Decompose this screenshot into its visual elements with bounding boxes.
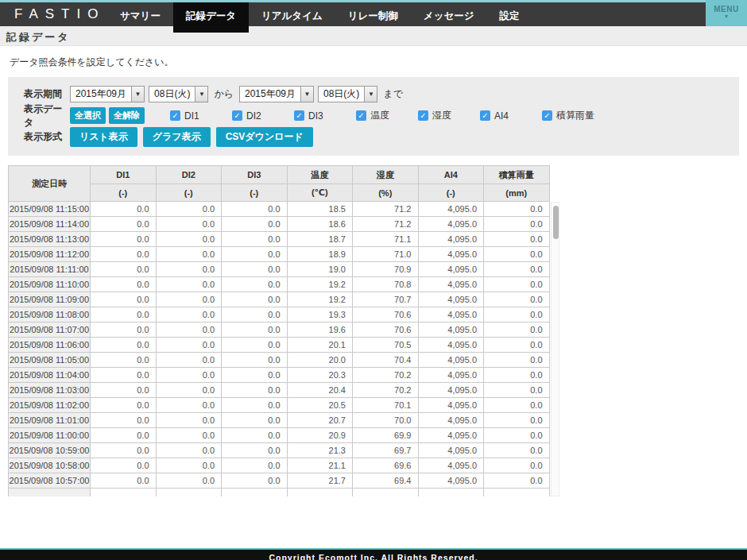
table-row: 2015/09/08 11:06:000.00.00.020.170.54,09… (9, 338, 550, 353)
format-button-2[interactable]: CSVダウンロード (216, 127, 313, 147)
cell-value: 4,095.0 (418, 368, 484, 383)
select-all-button[interactable]: 全選択 (70, 107, 106, 124)
scrollbar-thumb[interactable] (553, 206, 559, 239)
nav-item-5[interactable]: 設定 (487, 2, 532, 26)
table-row: 2015/09/08 11:01:000.00.00.020.770.04,09… (9, 413, 550, 428)
cell-value: 0.0 (222, 262, 288, 277)
cell-value: 4,095.0 (418, 262, 484, 277)
checkbox-icon[interactable]: ✓ (232, 110, 242, 121)
cell-value: 70.9 (353, 262, 419, 277)
format-button-1[interactable]: グラフ表示 (143, 127, 211, 147)
checkbox-item-湿度[interactable]: ✓湿度 (418, 109, 480, 122)
column-header-unit: (-) (418, 184, 484, 202)
table-row: 2015/09/08 11:09:000.00.00.019.270.74,09… (9, 292, 550, 307)
cell-value: 0.0 (91, 277, 157, 292)
cell-value: 0.0 (484, 277, 550, 292)
checkbox-item-AI4[interactable]: ✓AI4 (480, 109, 542, 122)
cell-value: 0.0 (222, 353, 288, 368)
checkbox-label: 積算雨量 (556, 109, 594, 122)
cell-value (156, 489, 222, 497)
checkbox-item-DI3[interactable]: ✓DI3 (294, 109, 356, 122)
cell-value: 0.0 (91, 353, 157, 368)
cell-value: 0.0 (222, 322, 288, 338)
instruction-text: データ照会条件を設定してください。 (8, 46, 739, 77)
checkbox-icon[interactable]: ✓ (542, 110, 552, 121)
cell-value: 71.2 (353, 217, 419, 232)
checkbox-icon[interactable]: ✓ (170, 110, 180, 121)
cell-value: 70.1 (353, 398, 419, 413)
cell-value: 0.0 (222, 443, 288, 458)
format-button-0[interactable]: リスト表示 (70, 127, 137, 147)
to-month-select[interactable]: 2015年09月 ▼ (239, 86, 314, 102)
checkbox-icon[interactable]: ✓ (480, 110, 490, 121)
cell-datetime: 2015/09/08 11:06:00 (9, 338, 91, 353)
cell-value: 4,095.0 (418, 398, 484, 413)
brand-logo[interactable]: FASTIO (0, 2, 107, 26)
nav-item-4[interactable]: メッセージ (411, 2, 487, 26)
cell-value: 0.0 (484, 383, 550, 398)
cell-value: 0.0 (91, 217, 157, 232)
cell-value: 0.0 (91, 458, 157, 473)
period-label: 表示期間 (16, 87, 70, 101)
nav-item-3[interactable]: リレー制御 (335, 2, 411, 26)
checkbox-item-積算雨量[interactable]: ✓積算雨量 (542, 109, 604, 122)
checkbox-item-DI1[interactable]: ✓DI1 (170, 109, 232, 122)
table-row: 2015/09/08 11:12:000.00.00.018.971.04,09… (9, 247, 550, 262)
page: FASTIO サマリー記録データリアルタイムリレー制御メッセージ設定 MENU … (0, 0, 747, 560)
cell-value: 0.0 (91, 262, 157, 277)
cell-value: 19.6 (287, 322, 353, 338)
menu-button[interactable]: MENU ▼ (706, 0, 747, 26)
cell-value: 0.0 (91, 247, 157, 262)
checkbox-icon[interactable]: ✓ (356, 110, 366, 121)
cell-value: 70.0 (353, 413, 419, 428)
cell-value: 0.0 (484, 217, 550, 232)
from-month-select[interactable]: 2015年09月 ▼ (70, 86, 145, 102)
cell-value: 0.0 (484, 247, 550, 262)
cell-value: 0.0 (484, 338, 550, 353)
cell-value: 21.7 (287, 473, 353, 489)
nav-item-1[interactable]: 記録データ (173, 2, 249, 33)
cell-value: 0.0 (156, 398, 222, 413)
checkbox-item-温度[interactable]: ✓温度 (356, 109, 418, 122)
cell-value: 71.1 (353, 232, 419, 247)
cell-value: 70.7 (353, 292, 419, 307)
cell-value: 0.0 (91, 413, 157, 428)
data-table-area: 測定日時 DI1DI2DI3温度湿度AI4積算雨量 (-)(-)(-)(℃)(%… (8, 165, 739, 496)
cell-value: 4,095.0 (418, 307, 484, 322)
column-header-name: DI1 (91, 166, 157, 184)
checkbox-icon[interactable]: ✓ (418, 110, 428, 121)
from-month-value: 2015年09月 (71, 87, 131, 101)
nav-item-2[interactable]: リアルタイム (249, 2, 335, 26)
cell-value: 0.0 (91, 368, 157, 383)
nav-item-0[interactable]: サマリー (107, 2, 173, 26)
from-day-select[interactable]: 08日(火) ▼ (149, 86, 208, 102)
table-row: 2015/09/08 10:59:000.00.00.021.369.74,09… (9, 443, 550, 458)
checkbox-label: DI3 (308, 110, 323, 122)
cell-value: 0.0 (222, 338, 288, 353)
to-day-value: 08日(火) (319, 87, 364, 101)
top-navbar: FASTIO サマリー記録データリアルタイムリレー制御メッセージ設定 MENU … (0, 2, 747, 26)
checkbox-icon[interactable]: ✓ (294, 110, 304, 121)
cell-value: 0.0 (156, 307, 222, 322)
table-row: 2015/09/08 10:58:000.00.00.021.169.64,09… (9, 458, 550, 473)
cell-datetime: 2015/09/08 10:59:00 (9, 443, 91, 458)
table-row: 2015/09/08 11:14:000.00.00.018.671.24,09… (9, 217, 550, 232)
checkbox-item-DI2[interactable]: ✓DI2 (232, 109, 294, 122)
cell-value: 20.1 (287, 338, 353, 353)
cell-value: 0.0 (222, 428, 288, 443)
data-table: 測定日時 DI1DI2DI3温度湿度AI4積算雨量 (-)(-)(-)(℃)(%… (8, 165, 550, 496)
to-day-select[interactable]: 08日(火) ▼ (318, 86, 377, 102)
deselect-all-button[interactable]: 全解除 (109, 107, 145, 124)
cell-datetime (9, 489, 91, 497)
cell-datetime: 2015/09/08 11:02:00 (9, 398, 91, 413)
cell-value: 19.2 (287, 277, 353, 292)
cell-value: 0.0 (222, 413, 288, 428)
cell-value: 0.0 (484, 413, 550, 428)
cell-value: 0.0 (484, 322, 550, 338)
format-label: 表示形式 (16, 130, 70, 144)
table-row: 2015/09/08 11:04:000.00.00.020.370.24,09… (9, 368, 550, 383)
cell-value: 0.0 (156, 443, 222, 458)
period-row: 表示期間 2015年09月 ▼ 08日(火) ▼ から 2015年09月 ▼ 0… (16, 83, 731, 105)
table-scrollbar[interactable] (551, 202, 559, 496)
data-label: 表示データ (16, 102, 70, 129)
